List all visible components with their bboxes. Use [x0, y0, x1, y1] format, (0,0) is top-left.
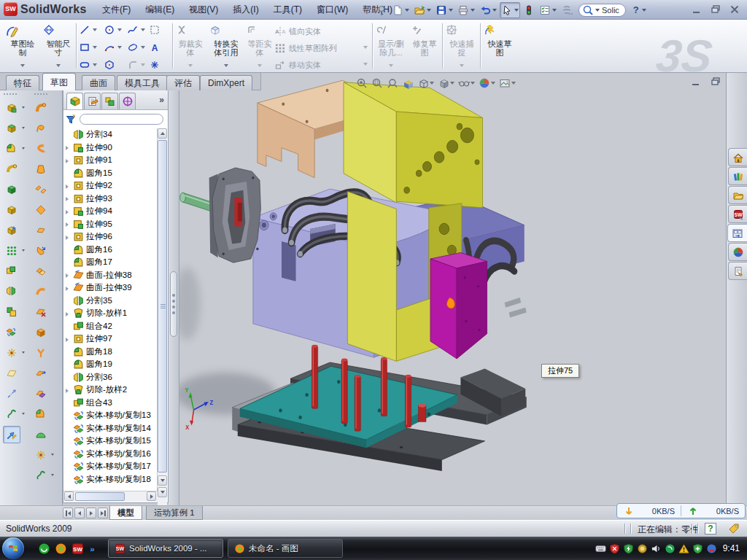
line-tool[interactable]	[77, 23, 91, 36]
expand-arrow-icon[interactable]	[66, 143, 73, 152]
keyboard-tray-icon[interactable]	[595, 543, 606, 554]
menu-t[interactable]: 工具(T)	[266, 1, 309, 19]
tab-scroll-prev-button[interactable]	[74, 508, 85, 518]
convert-entities-button[interactable]: 转换实 体引用	[209, 22, 244, 70]
curve-button[interactable]	[32, 467, 50, 484]
zoom-area-button[interactable]	[371, 77, 384, 90]
configuration-manager-tab[interactable]	[101, 93, 118, 109]
badge-tray-icon[interactable]	[637, 543, 648, 554]
tree-item[interactable]: 圆角16	[63, 244, 158, 257]
document-minimize-button[interactable]	[689, 76, 703, 87]
tree-item[interactable]: 分割36	[63, 371, 158, 384]
surf-fillet-button[interactable]	[32, 405, 50, 423]
tree-item[interactable]: 圆角19	[63, 358, 158, 371]
tree-item[interactable]: 分割34	[63, 128, 158, 141]
phone-green-tray-icon[interactable]	[665, 543, 676, 554]
network-speed-widget[interactable]: 0KB/S 0KB/S	[616, 503, 746, 518]
surf-sweep-button[interactable]	[32, 99, 50, 117]
toolbar-grip[interactable]	[3, 93, 18, 96]
tree-item[interactable]: 实体-移动/复制13	[63, 409, 158, 422]
offset-entities-button[interactable]: 等距实 体	[245, 22, 274, 70]
panel-overflow-chevron[interactable]: »	[159, 95, 164, 105]
command-tab-1[interactable]: 特征	[6, 75, 39, 90]
tree-item[interactable]: 组合43	[63, 397, 158, 410]
reference-plane-button[interactable]	[3, 365, 20, 382]
app-minimize-button[interactable]	[689, 4, 703, 15]
ql-green-quicklaunch[interactable]	[38, 542, 50, 555]
expand-arrow-icon[interactable]	[66, 182, 73, 190]
shield-plus-tray-icon[interactable]	[692, 543, 703, 554]
surf-offset-button[interactable]	[32, 262, 50, 280]
options-checklist-button[interactable]	[538, 2, 558, 18]
ql-chevron-quicklaunch[interactable]: »	[88, 542, 101, 555]
zoom-magnify-button[interactable]	[386, 77, 399, 90]
shield-red-tray-icon[interactable]	[609, 543, 620, 554]
tag-icon[interactable]	[728, 523, 740, 534]
tree-item[interactable]: 实体-移动/复制18	[63, 473, 158, 486]
surf-loft-button[interactable]	[32, 160, 50, 178]
boss-cube-button[interactable]	[3, 181, 20, 198]
shield-green-tray-icon[interactable]	[623, 543, 634, 554]
hide-show-button[interactable]	[457, 77, 476, 90]
toolbar-grip[interactable]	[34, 93, 48, 96]
save-button[interactable]	[434, 2, 454, 18]
combine-b-button[interactable]	[3, 303, 20, 321]
expand-arrow-icon[interactable]	[66, 284, 73, 292]
expand-arrow-icon[interactable]	[66, 271, 73, 279]
replace-face-button[interactable]	[32, 324, 50, 341]
text-tool[interactable]: A	[147, 40, 161, 54]
display-delete-relations-button[interactable]: 显示/删 除几...	[375, 22, 407, 70]
tree-item[interactable]: 拉伸92	[63, 179, 158, 192]
reference-axis-button[interactable]	[3, 385, 20, 402]
cut-cube-button[interactable]	[3, 201, 20, 219]
reference-point-button[interactable]	[32, 446, 50, 464]
sketch-fillet-tool[interactable]	[125, 58, 139, 71]
tree-item[interactable]: 拉伸95	[63, 218, 158, 231]
file-explorer-pane-tab[interactable]	[728, 186, 747, 204]
scene-button[interactable]	[498, 77, 516, 90]
smart-dimension-button[interactable]: 智能尺 寸	[42, 22, 74, 70]
rectangle-tool[interactable]	[77, 40, 91, 54]
command-tab-4[interactable]: 模具工具	[117, 75, 168, 90]
menu-w[interactable]: 窗口(W)	[309, 1, 355, 19]
display-style-button[interactable]	[437, 77, 455, 90]
tree-item[interactable]: 拉伸91	[63, 154, 158, 167]
point-tool[interactable]	[147, 58, 161, 71]
tree-item[interactable]: 实体-移动/复制14	[63, 422, 158, 435]
tab-scroll-next-button[interactable]	[86, 508, 96, 518]
tree-item[interactable]: 分割35	[63, 295, 158, 308]
surf-revolve-button[interactable]	[32, 120, 50, 137]
command-tab-5[interactable]: 评估	[166, 75, 200, 90]
surf-arc-button[interactable]	[32, 283, 50, 300]
tree-item[interactable]: 拉伸90	[63, 141, 158, 155]
polygon-tool[interactable]	[102, 58, 116, 71]
taskbar-button-1[interactable]: SWSolidWorks 2009 - ...	[108, 539, 223, 558]
selection-box-tool[interactable]	[147, 23, 161, 36]
trim-surface-button[interactable]	[32, 385, 50, 402]
expand-arrow-icon[interactable]	[66, 335, 73, 343]
document-tab-2[interactable]: 运动算例 1	[146, 506, 203, 520]
hole-wizard-button[interactable]	[3, 222, 20, 239]
command-tab-3[interactable]: 曲面	[82, 75, 115, 90]
spline-tool[interactable]	[125, 23, 139, 36]
tree-item[interactable]: 曲面-拉伸39	[63, 281, 158, 295]
menu-f[interactable]: 文件(F)	[95, 1, 138, 19]
expand-arrow-icon[interactable]	[66, 207, 73, 216]
circle-tool[interactable]	[102, 23, 116, 36]
document-properties-pane-tab[interactable]	[728, 262, 747, 280]
tree-item[interactable]: 曲面-拉伸38	[63, 269, 158, 282]
document-restore-button[interactable]	[708, 76, 722, 87]
zoom-fit-button[interactable]	[355, 77, 368, 90]
tab-scroll-last-button[interactable]	[98, 508, 108, 518]
search-input[interactable]: Solic	[602, 6, 619, 15]
expand-arrow-icon[interactable]	[66, 156, 73, 165]
view-palette-pane-tab[interactable]	[727, 224, 747, 242]
panel-splitter[interactable]	[169, 90, 179, 505]
start-button[interactable]	[2, 537, 24, 559]
document-tab-1[interactable]: 模型	[109, 506, 142, 520]
move-entities-button[interactable]: 移动实体	[274, 58, 369, 72]
tree-horizontal-scrollbar[interactable]	[63, 491, 158, 502]
tree-item[interactable]: 切除-放样1	[63, 307, 158, 320]
linear-pattern-button[interactable]	[3, 242, 20, 260]
expand-arrow-icon[interactable]	[66, 219, 73, 228]
